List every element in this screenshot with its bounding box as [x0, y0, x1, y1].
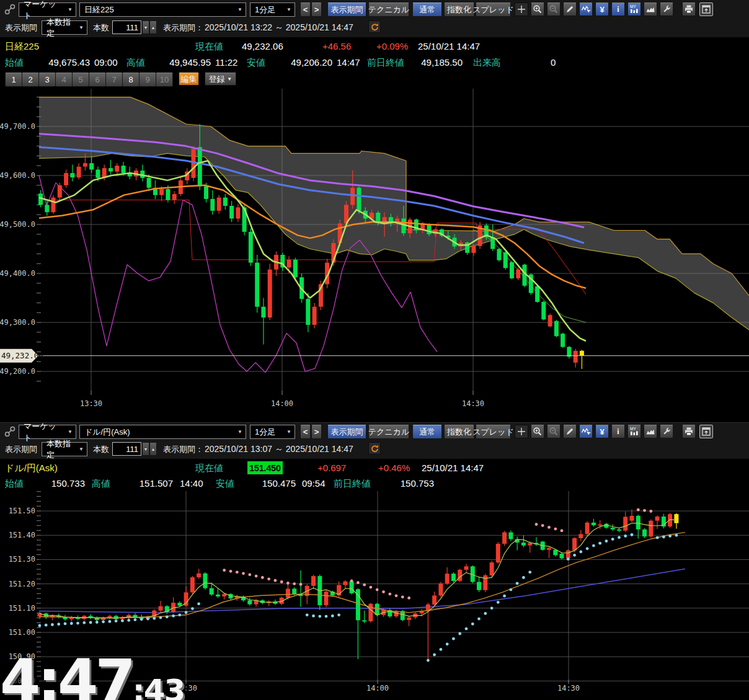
open-label: 始値 — [5, 478, 24, 490]
preset-button-4[interactable]: 4 — [55, 73, 73, 87]
info-icon[interactable]: i — [611, 425, 625, 438]
svg-text:151.00: 151.00 — [9, 628, 35, 637]
zoom-out-icon[interactable] — [547, 425, 561, 438]
draw-pencil-icon[interactable] — [563, 2, 577, 16]
high-value: 49,945.95 — [156, 57, 211, 68]
svg-text:13:30: 13:30 — [175, 684, 197, 693]
svg-text:MY: MY — [630, 4, 636, 9]
preset-button-10[interactable]: 10 — [156, 73, 173, 87]
crosshair-icon[interactable] — [515, 425, 528, 438]
technical-button[interactable]: テクニカル — [368, 2, 409, 17]
preset-button-1[interactable]: 1 — [5, 73, 22, 87]
technical-button[interactable]: テクニカル — [368, 425, 409, 439]
svg-text:49,600.0: 49,600.0 — [0, 171, 35, 180]
zoom-in-icon[interactable] — [531, 425, 544, 438]
zoom-in-icon[interactable] — [531, 2, 544, 16]
preset-button-7[interactable]: 7 — [105, 73, 123, 87]
chevron-down-icon: ▼ — [68, 7, 73, 12]
zoom-out-icon[interactable] — [547, 2, 561, 16]
popout-window-icon[interactable] — [699, 425, 713, 438]
chevron-down-icon: ▼ — [227, 76, 232, 82]
count-increment-button[interactable]: ▲ — [149, 442, 157, 456]
link-icon[interactable] — [4, 3, 16, 18]
charts-canvas[interactable]: 49,700.049,600.049,500.049,400.049,300.0… — [0, 0, 749, 700]
svg-text:49,200.0: 49,200.0 — [0, 367, 35, 376]
reset-range-icon[interactable] — [368, 442, 381, 454]
high-label: 高値 — [126, 57, 145, 69]
next-button[interactable]: > — [311, 425, 322, 439]
preset-button-2[interactable]: 2 — [22, 73, 39, 87]
svg-text:151.20: 151.20 — [9, 580, 35, 588]
my-chart-icon[interactable]: MY — [627, 2, 641, 16]
preset-button-8[interactable]: 8 — [122, 73, 140, 87]
popout-window-icon[interactable] — [699, 2, 713, 16]
area-chart-icon[interactable] — [644, 2, 657, 16]
svg-text:151.30: 151.30 — [9, 555, 35, 564]
interval-dropdown[interactable]: 1分足▼ — [250, 425, 295, 439]
reset-range-icon[interactable] — [368, 20, 381, 33]
last-label: 現在値 — [195, 41, 223, 53]
technical-cursor-icon[interactable] — [579, 425, 593, 438]
yen-icon[interactable]: ¥ — [595, 2, 609, 16]
info-icon[interactable]: i — [611, 2, 625, 16]
range-value: 2025/10/21 13:07 ～ 2025/10/21 14:47 — [205, 444, 353, 455]
count-mode-dropdown[interactable]: 本数指定▼ — [42, 442, 87, 456]
count-increment-button[interactable]: ▲ — [149, 20, 157, 34]
chevron-down-icon: ▼ — [79, 446, 84, 452]
next-button[interactable]: > — [311, 2, 322, 17]
register-button[interactable]: 登録 ▼ — [205, 73, 236, 86]
preset-button-5[interactable]: 5 — [72, 73, 89, 87]
svg-text:150.90: 150.90 — [9, 652, 35, 661]
low-time: 09:54 — [302, 478, 326, 489]
count-decrement-button[interactable]: ▼ — [142, 442, 149, 456]
link-icon[interactable] — [4, 425, 16, 440]
crosshair-icon[interactable] — [515, 2, 528, 16]
preset-button-9[interactable]: 9 — [139, 73, 156, 87]
open-value: 150.733 — [50, 478, 85, 489]
chevron-down-icon: ▼ — [237, 7, 242, 12]
chart-panel: 49,700.049,600.049,500.049,400.049,300.0… — [0, 89, 749, 408]
indexed-tab[interactable]: 指数化 — [444, 425, 474, 439]
symbol-dropdown[interactable]: 日経225▼ — [79, 2, 246, 17]
spread-tab[interactable]: スプレッド — [476, 2, 511, 17]
prev-button[interactable]: < — [300, 425, 311, 439]
draw-pencil-icon[interactable] — [563, 425, 577, 438]
settings-wrench-icon[interactable] — [660, 2, 673, 16]
open-value: 49,675.43 — [34, 57, 90, 68]
count-decrement-button[interactable]: ▼ — [142, 20, 149, 34]
print-icon[interactable] — [682, 2, 696, 16]
preset-button-6[interactable]: 6 — [89, 73, 106, 87]
count-mode-dropdown[interactable]: 本数指定▼ — [42, 20, 87, 35]
technical-cursor-icon[interactable] — [579, 2, 593, 16]
my-chart-icon[interactable]: MY — [627, 425, 641, 438]
yen-icon[interactable]: ¥ — [595, 425, 609, 438]
normal-tab[interactable]: 通常 — [412, 2, 442, 17]
edit-button[interactable]: 編集 — [179, 73, 199, 86]
svg-text:13:30: 13:30 — [80, 399, 102, 408]
prev-close-value: 150.753 — [399, 478, 434, 489]
spread-tab-label: スプレッド — [472, 4, 514, 16]
svg-text:49,700.0: 49,700.0 — [0, 122, 35, 131]
interval-dropdown[interactable]: 1分足▼ — [250, 2, 295, 17]
preset-button-3[interactable]: 3 — [38, 73, 56, 87]
print-icon[interactable] — [682, 425, 696, 438]
spread-tab[interactable]: スプレッド — [476, 425, 511, 439]
symbol-dropdown-value: ドル/円(Ask) — [84, 427, 130, 438]
market-dropdown[interactable]: マーケット▼ — [19, 425, 76, 439]
symbol-dropdown[interactable]: ドル/円(Ask)▼ — [79, 425, 246, 439]
market-dropdown[interactable]: マーケット▼ — [19, 2, 76, 17]
quote-datetime: 25/10/21 14:47 — [418, 41, 480, 51]
normal-tab[interactable]: 通常 — [412, 425, 442, 439]
next-label: > — [314, 5, 319, 14]
chevron-down-icon: ▼ — [68, 429, 73, 435]
indexed-tab[interactable]: 指数化 — [444, 2, 474, 17]
area-chart-icon[interactable] — [644, 425, 657, 438]
period-button[interactable]: 表示期間 — [327, 2, 366, 17]
count-input[interactable] — [112, 20, 141, 34]
svg-text:MY: MY — [630, 427, 636, 431]
period-button[interactable]: 表示期間 — [327, 425, 366, 439]
change-value: +46.56 — [322, 41, 351, 51]
count-input[interactable] — [112, 442, 141, 456]
settings-wrench-icon[interactable] — [660, 425, 673, 438]
prev-button[interactable]: < — [300, 2, 311, 17]
